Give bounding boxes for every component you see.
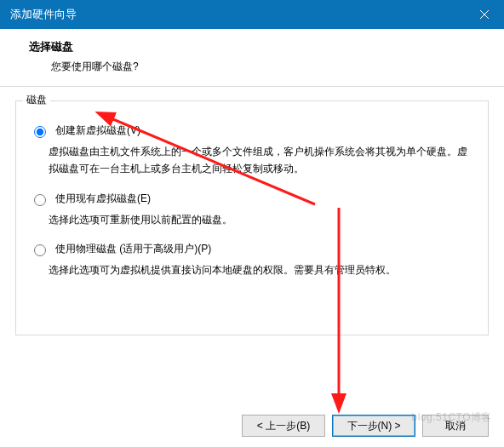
- close-button[interactable]: [465, 0, 504, 29]
- option-create-new-label: 创建新虚拟磁盘(V): [55, 123, 140, 138]
- option-create-new-row[interactable]: 创建新虚拟磁盘(V): [30, 123, 474, 138]
- option-physical-row[interactable]: 使用物理磁盘 (适用于高级用户)(P): [30, 242, 474, 256]
- radio-physical[interactable]: [34, 244, 46, 256]
- option-physical-label: 使用物理磁盘 (适用于高级用户)(P): [55, 242, 211, 256]
- window-title: 添加硬件向导: [10, 7, 77, 22]
- option-physical: 使用物理磁盘 (适用于高级用户)(P) 选择此选项可为虚拟机提供直接访问本地硬盘…: [30, 242, 474, 278]
- radio-create-new[interactable]: [34, 126, 46, 138]
- wizard-footer: < 上一步(B) 下一步(N) > 取消: [242, 415, 489, 437]
- group-legend: 磁盘: [23, 93, 50, 107]
- option-use-existing-desc: 选择此选项可重新使用以前配置的磁盘。: [49, 211, 474, 228]
- option-use-existing-row[interactable]: 使用现有虚拟磁盘(E): [30, 192, 474, 206]
- title-bar: 添加硬件向导: [0, 0, 504, 29]
- option-use-existing: 使用现有虚拟磁盘(E) 选择此选项可重新使用以前配置的磁盘。: [30, 192, 474, 228]
- next-button[interactable]: 下一步(N) >: [332, 415, 415, 437]
- option-create-new-desc: 虚拟磁盘由主机文件系统上的一个或多个文件组成，客户机操作系统会将其视为单个硬盘。…: [49, 143, 474, 178]
- page-title: 选择磁盘: [29, 39, 489, 54]
- cancel-button[interactable]: 取消: [422, 415, 489, 437]
- close-icon: [479, 9, 490, 20]
- option-create-new: 创建新虚拟磁盘(V) 虚拟磁盘由主机文件系统上的一个或多个文件组成，客户机操作系…: [30, 123, 474, 178]
- disk-groupbox: 磁盘 创建新虚拟磁盘(V) 虚拟磁盘由主机文件系统上的一个或多个文件组成，客户机…: [15, 100, 489, 335]
- option-use-existing-label: 使用现有虚拟磁盘(E): [55, 192, 151, 206]
- page-subtitle: 您要使用哪个磁盘?: [51, 60, 489, 74]
- back-button[interactable]: < 上一步(B): [242, 415, 325, 437]
- radio-use-existing[interactable]: [34, 194, 46, 206]
- wizard-body: 磁盘 创建新虚拟磁盘(V) 虚拟磁盘由主机文件系统上的一个或多个文件组成，客户机…: [0, 87, 504, 335]
- option-physical-desc: 选择此选项可为虚拟机提供直接访问本地硬盘的权限。需要具有管理员特权。: [49, 261, 474, 278]
- wizard-header: 选择磁盘 您要使用哪个磁盘?: [0, 29, 504, 87]
